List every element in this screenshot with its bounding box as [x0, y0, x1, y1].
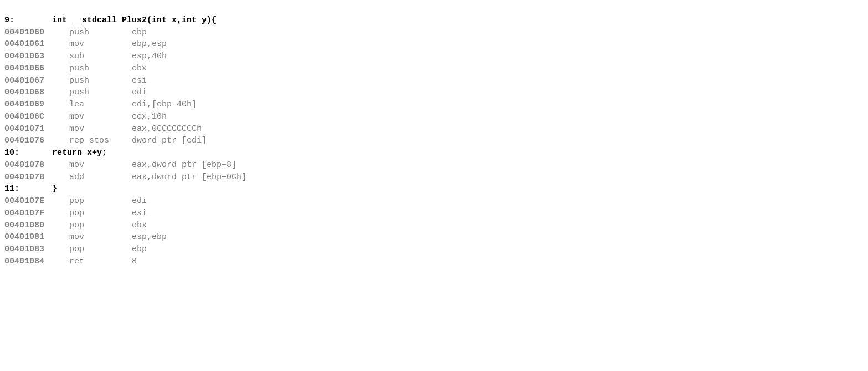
source-linenum: 11: [4, 183, 32, 195]
disasm-line: 00401060 pushebp [4, 27, 864, 39]
disasm-line: 00401067 pushesi [4, 75, 864, 87]
asm-mnemonic: sub [54, 50, 132, 63]
asm-operand: ecx,10h [132, 112, 167, 121]
disasm-line: 0040107B addeax,dword ptr [ebp+0Ch] [4, 171, 864, 184]
asm-mnemonic: pop [54, 195, 132, 207]
asm-operand: ebp [132, 245, 147, 254]
asm-operand: esi [132, 76, 147, 85]
asm-operand: eax,0CCCCCCCCh [132, 124, 202, 134]
disasm-line: 9: int __stdcall Plus2(int x,int y){ [4, 14, 864, 27]
asm-mnemonic: mov [54, 111, 132, 123]
asm-address: 00401071 [4, 123, 54, 135]
asm-operand: edi,[ebp-40h] [132, 100, 197, 109]
source-content: return x+y; [32, 148, 107, 157]
disasm-line: 0040107F popesi [4, 207, 864, 220]
source-linenum: 10: [4, 147, 32, 159]
disasm-line: 00401080 popebx [4, 220, 864, 232]
asm-operand: ebp,esp [132, 39, 167, 49]
asm-operand: eax,dword ptr [ebp+8] [132, 160, 237, 170]
disasm-line: 00401066 pushebx [4, 63, 864, 75]
disasm-line: 00401081 movesp,ebp [4, 231, 864, 243]
asm-mnemonic: push [54, 63, 132, 75]
asm-mnemonic: lea [54, 99, 132, 111]
disasm-line: 0040107E popedi [4, 195, 864, 207]
asm-address: 00401067 [4, 75, 54, 87]
disasm-line: 00401068 pushedi [4, 87, 864, 99]
asm-address: 0040107E [4, 195, 54, 207]
asm-address: 00401083 [4, 243, 54, 256]
asm-mnemonic: mov [54, 38, 132, 50]
asm-operand: ebp [132, 28, 147, 37]
asm-address: 00401063 [4, 50, 54, 63]
asm-mnemonic: push [54, 75, 132, 87]
disasm-line: 10: return x+y; [4, 147, 864, 159]
asm-address: 00401081 [4, 231, 54, 243]
asm-address: 00401060 [4, 27, 54, 39]
asm-operand: eax,dword ptr [ebp+0Ch] [132, 172, 246, 182]
asm-mnemonic: add [54, 171, 132, 184]
asm-mnemonic: pop [54, 243, 132, 256]
asm-address: 00401084 [4, 256, 54, 268]
asm-operand: esp,ebp [132, 232, 167, 242]
asm-mnemonic: push [54, 27, 132, 39]
asm-operand: ebx [132, 64, 147, 73]
asm-operand: 8 [132, 257, 137, 266]
asm-mnemonic: pop [54, 220, 132, 232]
disasm-line: 00401061 movebp,esp [4, 38, 864, 50]
asm-operand: dword ptr [edi] [132, 136, 207, 145]
asm-mnemonic: ret [54, 256, 132, 268]
asm-address: 00401061 [4, 38, 54, 50]
source-content: int __stdcall Plus2(int x,int y){ [32, 16, 217, 25]
asm-mnemonic: rep stos [54, 135, 132, 147]
source-linenum: 9: [4, 14, 32, 27]
asm-operand: esp,40h [132, 52, 167, 61]
disasm-line: 00401083 popebp [4, 243, 864, 256]
asm-mnemonic: mov [54, 123, 132, 135]
asm-operand: esi [132, 209, 147, 218]
asm-operand: ebx [132, 221, 147, 230]
asm-operand: edi [132, 196, 147, 206]
source-content: } [32, 184, 57, 194]
asm-address: 0040107B [4, 171, 54, 184]
asm-address: 00401078 [4, 159, 54, 171]
disasm-line: 00401078 moveax,dword ptr [ebp+8] [4, 159, 864, 171]
disasm-line: 00401071 moveax,0CCCCCCCCh [4, 123, 864, 135]
asm-address: 00401080 [4, 220, 54, 232]
asm-address: 0040107F [4, 207, 54, 220]
disasm-line: 00401069 leaedi,[ebp-40h] [4, 99, 864, 111]
disasm-line: 00401076 rep stosdword ptr [edi] [4, 135, 864, 147]
asm-mnemonic: push [54, 87, 132, 99]
asm-address: 00401069 [4, 99, 54, 111]
asm-mnemonic: mov [54, 159, 132, 171]
disassembly-view: 9: int __stdcall Plus2(int x,int y){0040… [4, 2, 864, 268]
asm-address: 00401068 [4, 87, 54, 99]
asm-mnemonic: pop [54, 207, 132, 220]
disasm-line: 0040106C movecx,10h [4, 111, 864, 123]
asm-operand: edi [132, 88, 147, 97]
disasm-line: 11: } [4, 183, 864, 195]
asm-address: 00401076 [4, 135, 54, 147]
asm-address: 0040106C [4, 111, 54, 123]
disasm-line: 00401084 ret8 [4, 256, 864, 268]
disasm-line: 00401063 subesp,40h [4, 50, 864, 63]
asm-mnemonic: mov [54, 231, 132, 243]
asm-address: 00401066 [4, 63, 54, 75]
